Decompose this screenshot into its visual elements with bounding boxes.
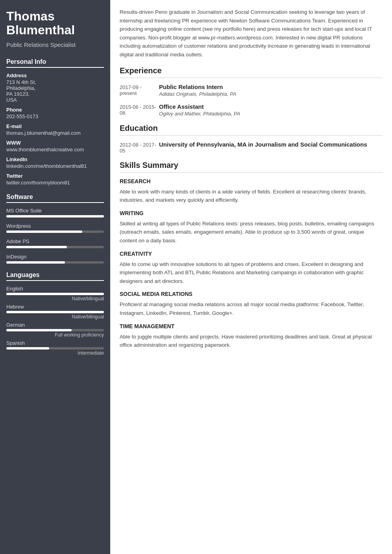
language-level: Native/bilingual — [6, 314, 104, 320]
twitter-label: Twitter — [6, 173, 104, 179]
address-label: Address — [6, 73, 104, 78]
skills-heading: Skills Summary — [120, 161, 383, 170]
experience-company: Adidas Originals, Philadelphia, PA — [159, 91, 383, 97]
skill-desc: Proficient at managing social media rela… — [120, 300, 383, 317]
experience-details: Office Assistant Ogilvy and Mather, Phil… — [159, 103, 383, 117]
skill-name: WRITING — [120, 210, 383, 216]
twitter-value: twitter.com/thommybloom81 — [6, 180, 104, 186]
language-name: English — [6, 286, 104, 292]
software-bar-fill — [6, 215, 104, 218]
email-value: thomas.j.blumenthal@gmail.com — [6, 130, 104, 136]
skills-list: RESEARCH Able to work with many kinds of… — [120, 178, 383, 350]
skill-name: RESEARCH — [120, 178, 383, 184]
candidate-title: Public Relations Specialist — [6, 41, 104, 49]
software-item: Adobe PS — [6, 238, 104, 248]
skill-name: SOCIAL MEDIA RELATIONS — [120, 291, 383, 297]
language-bar-fill — [6, 329, 72, 331]
software-heading: Software — [6, 193, 104, 203]
language-level: Full working proficiency — [6, 332, 104, 338]
skill-desc: Able to juggle multiple clients and proj… — [120, 333, 383, 350]
language-bar-fill — [6, 347, 49, 350]
experience-details: Public Relations Intern Adidas Originals… — [159, 84, 383, 97]
experience-date: 2015-06 - 2015-08 — [120, 103, 159, 117]
experience-title: Public Relations Intern — [159, 84, 383, 90]
linkedin-value: linkedin.com/me/thomblumenthal81 — [6, 163, 104, 169]
skill-desc: Able to work with many kinds of clients … — [120, 188, 383, 204]
language-level: Native/bilingual — [6, 296, 104, 301]
education-heading: Education — [120, 124, 383, 133]
www-label: WWW — [6, 140, 104, 146]
skill-desc: Skilled at writing all types of Public R… — [120, 219, 383, 245]
experience-row: 2017-09 - present Public Relations Inter… — [120, 84, 383, 97]
software-name: Wordpress — [6, 223, 104, 229]
experience-title: Office Assistant — [159, 103, 383, 110]
software-bar-track — [6, 261, 104, 264]
software-name: InDesign — [6, 254, 104, 260]
skill-desc: Able to come up with innovative solution… — [120, 260, 383, 286]
skills-divider — [120, 172, 383, 173]
skill-item: SOCIAL MEDIA RELATIONS Proficient at man… — [120, 291, 383, 317]
candidate-name: Thomas Blumenthal — [6, 9, 104, 37]
software-list: MS Office Suite Wordpress Adobe PS InDes… — [6, 208, 104, 264]
education-title: University of Pennsylvania, MA in Journa… — [159, 141, 383, 148]
experience-heading: Experience — [120, 66, 383, 75]
personal-info-heading: Personal Info — [6, 58, 104, 68]
software-bar-track — [6, 246, 104, 248]
phone-value: 202-555-0173 — [6, 113, 104, 119]
skill-item: TIME MANAGEMENT Able to juggle multiple … — [120, 323, 383, 350]
skill-item: RESEARCH Able to work with many kinds of… — [120, 178, 383, 204]
languages-list: English Native/bilingual Hebrew Native/b… — [6, 286, 104, 356]
language-item: German Full working proficiency — [6, 322, 104, 338]
language-name: Hebrew — [6, 304, 104, 310]
experience-row: 2015-06 - 2015-08 Office Assistant Ogilv… — [120, 103, 383, 117]
education-row: 2012-08 - 2017-05 University of Pennsylv… — [120, 141, 383, 154]
summary-text: Results-driven Penn graduate in Journali… — [120, 8, 383, 59]
experience-list: 2017-09 - present Public Relations Inter… — [120, 84, 383, 117]
www-value: www.thomblumenthalcreative.com — [6, 147, 104, 152]
education-divider — [120, 135, 383, 136]
language-bar-track — [6, 329, 104, 331]
phone-label: Phone — [6, 107, 104, 113]
skill-name: TIME MANAGEMENT — [120, 323, 383, 329]
software-bar-fill — [6, 231, 82, 233]
address-value: 713 N 4th St,Philadelphia,PA 19123,USA — [6, 79, 104, 103]
software-bar-fill — [6, 261, 65, 264]
skill-name: CREATIVITY — [120, 251, 383, 257]
language-bar-track — [6, 311, 104, 313]
skill-item: CREATIVITY Able to come up with innovati… — [120, 251, 383, 286]
experience-divider — [120, 78, 383, 78]
software-bar-track — [6, 231, 104, 233]
language-item: English Native/bilingual — [6, 286, 104, 301]
education-details: University of Pennsylvania, MA in Journa… — [159, 141, 383, 154]
language-bar-fill — [6, 311, 104, 313]
software-bar-track — [6, 215, 104, 218]
language-bar-track — [6, 347, 104, 350]
language-item: Hebrew Native/bilingual — [6, 304, 104, 320]
software-name: MS Office Suite — [6, 208, 104, 214]
experience-date: 2017-09 - present — [120, 84, 159, 97]
sidebar: Thomas Blumenthal Public Relations Speci… — [0, 0, 110, 554]
language-name: German — [6, 322, 104, 328]
language-bar-track — [6, 293, 104, 295]
software-item: Wordpress — [6, 223, 104, 233]
main-content: Results-driven Penn graduate in Journali… — [110, 0, 392, 554]
experience-company: Ogilvy and Mather, Philadelphia, PA — [159, 111, 383, 117]
language-item: Spanish Intermediate — [6, 340, 104, 356]
language-name: Spanish — [6, 340, 104, 346]
languages-heading: Languages — [6, 271, 104, 281]
linkedin-label: LinkedIn — [6, 156, 104, 162]
skill-item: WRITING Skilled at writing all types of … — [120, 210, 383, 245]
language-level: Intermediate — [6, 350, 104, 356]
language-bar-fill — [6, 293, 104, 295]
education-date: 2012-08 - 2017-05 — [120, 141, 159, 154]
software-item: InDesign — [6, 254, 104, 264]
software-bar-fill — [6, 246, 67, 248]
software-name: Adobe PS — [6, 238, 104, 244]
software-item: MS Office Suite — [6, 208, 104, 218]
education-list: 2012-08 - 2017-05 University of Pennsylv… — [120, 141, 383, 154]
email-label: E-mail — [6, 123, 104, 129]
